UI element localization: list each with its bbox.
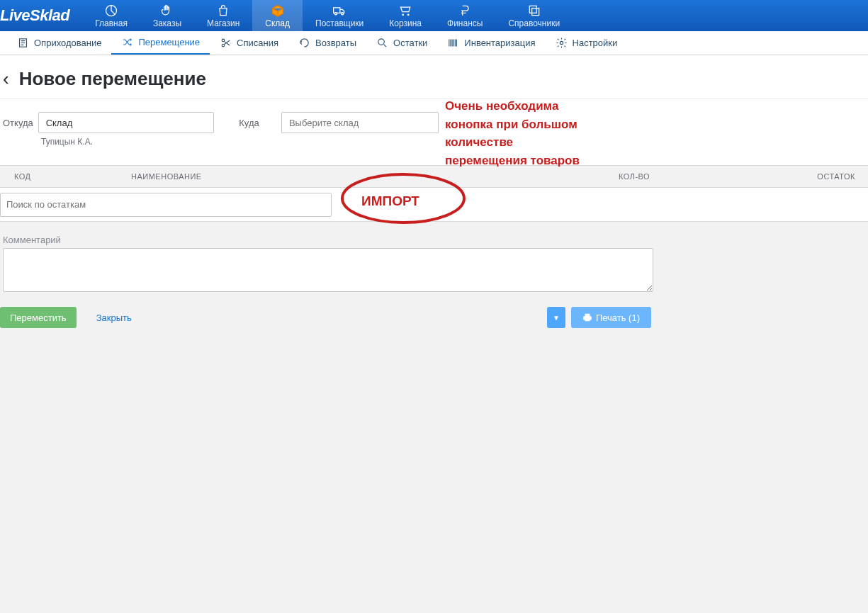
close-link[interactable]: Закрыть bbox=[96, 313, 132, 323]
from-label: Откуда bbox=[0, 118, 35, 128]
import-label: ИМПОРТ bbox=[361, 193, 419, 209]
top-nav: LiveSklad Главная Заказы Магазин Склад П… bbox=[0, 0, 868, 31]
nav-refs[interactable]: Справочники bbox=[495, 0, 573, 31]
return-icon bbox=[298, 37, 310, 49]
copy-icon bbox=[527, 4, 541, 18]
nav-shop[interactable]: Магазин bbox=[194, 0, 252, 31]
search-row: ИМПОРТ bbox=[0, 188, 868, 222]
pie-icon bbox=[104, 4, 118, 18]
button-row: Переместить Закрыть ▼ Печать (1) bbox=[0, 294, 868, 328]
nav-label: Справочники bbox=[508, 18, 560, 28]
tab-label: Возвраты bbox=[315, 38, 356, 48]
scissors-icon bbox=[220, 37, 232, 49]
tab-stock[interactable]: Остатки bbox=[366, 31, 437, 55]
nav-label: Финансы bbox=[447, 18, 483, 28]
transfer-form: Откуда Тупицын К.А. Куда Очень необходим… bbox=[0, 99, 868, 165]
box-icon bbox=[271, 4, 285, 18]
to-label: Куда bbox=[236, 118, 278, 128]
nav-cart[interactable]: Корзина bbox=[376, 0, 434, 31]
print-dropdown[interactable]: ▼ bbox=[547, 307, 565, 328]
nav-label: Главная bbox=[95, 18, 128, 28]
tab-label: Оприходование bbox=[34, 38, 101, 48]
svg-point-5 bbox=[222, 44, 225, 47]
tab-label: Перемещение bbox=[138, 37, 200, 47]
barcode-icon bbox=[447, 37, 459, 49]
hand-icon bbox=[160, 4, 174, 18]
cart-icon bbox=[398, 4, 412, 18]
col-remain: ОСТАТОК bbox=[803, 172, 855, 181]
svg-point-6 bbox=[378, 39, 385, 45]
col-qty: КОЛ-ВО bbox=[619, 172, 803, 181]
nav-warehouse[interactable]: Склад bbox=[252, 0, 303, 31]
sub-tabs: Оприходование Перемещение Списания Возвр… bbox=[0, 31, 868, 55]
nav-suppliers[interactable]: Поставщики bbox=[303, 0, 376, 31]
tab-transfer[interactable]: Перемещение bbox=[111, 31, 210, 55]
nav-home[interactable]: Главная bbox=[82, 0, 140, 31]
from-input[interactable] bbox=[38, 112, 214, 133]
tab-returns[interactable]: Возвраты bbox=[288, 31, 366, 55]
comment-label: Комментарий bbox=[3, 235, 868, 245]
move-button[interactable]: Переместить bbox=[0, 307, 77, 328]
print-label: Печать (1) bbox=[596, 313, 640, 323]
bag-icon bbox=[216, 4, 230, 18]
back-button[interactable]: ‹ bbox=[0, 68, 19, 90]
tab-label: Остатки bbox=[393, 38, 427, 48]
to-input[interactable] bbox=[281, 112, 439, 133]
comment-block: Комментарий bbox=[0, 222, 868, 294]
gear-icon bbox=[556, 37, 568, 49]
shuffle-icon bbox=[121, 36, 133, 48]
ruble-icon bbox=[458, 4, 472, 18]
comment-textarea[interactable] bbox=[3, 248, 653, 292]
nav-orders[interactable]: Заказы bbox=[140, 0, 194, 31]
tab-inventory[interactable]: Инвентаризация bbox=[437, 31, 545, 55]
tab-settings[interactable]: Настройки bbox=[546, 31, 628, 55]
logo: LiveSklad bbox=[0, 6, 82, 25]
page-title: Новое перемещение bbox=[19, 68, 206, 90]
stock-search-input[interactable] bbox=[0, 193, 332, 217]
nav-label: Поставщики bbox=[315, 18, 363, 28]
tab-receipt[interactable]: Оприходование bbox=[7, 31, 111, 55]
printer-icon bbox=[582, 313, 592, 322]
title-row: ‹ Новое перемещение bbox=[0, 55, 868, 99]
tab-label: Настройки bbox=[573, 38, 618, 48]
svg-point-4 bbox=[222, 39, 225, 42]
truck-icon bbox=[332, 4, 346, 18]
tab-label: Инвентаризация bbox=[464, 38, 535, 48]
svg-rect-1 bbox=[529, 6, 536, 13]
nav-label: Магазин bbox=[207, 18, 239, 28]
print-button[interactable]: Печать (1) bbox=[571, 307, 651, 328]
from-subtext: Тупицын К.А. bbox=[41, 137, 214, 147]
svg-rect-2 bbox=[531, 8, 539, 15]
tab-writeoff[interactable]: Списания bbox=[210, 31, 288, 55]
nav-label: Заказы bbox=[153, 18, 181, 28]
receipt-icon bbox=[17, 37, 29, 49]
nav-finance[interactable]: Финансы bbox=[434, 0, 495, 31]
tab-label: Списания bbox=[237, 38, 278, 48]
nav-label: Склад bbox=[265, 18, 290, 28]
svg-point-7 bbox=[560, 41, 563, 44]
nav-label: Корзина bbox=[389, 18, 422, 28]
annotation-text: Очень необходима конопка при большом кол… bbox=[445, 97, 580, 169]
col-code: КОД bbox=[14, 172, 131, 181]
search-icon bbox=[376, 37, 388, 49]
